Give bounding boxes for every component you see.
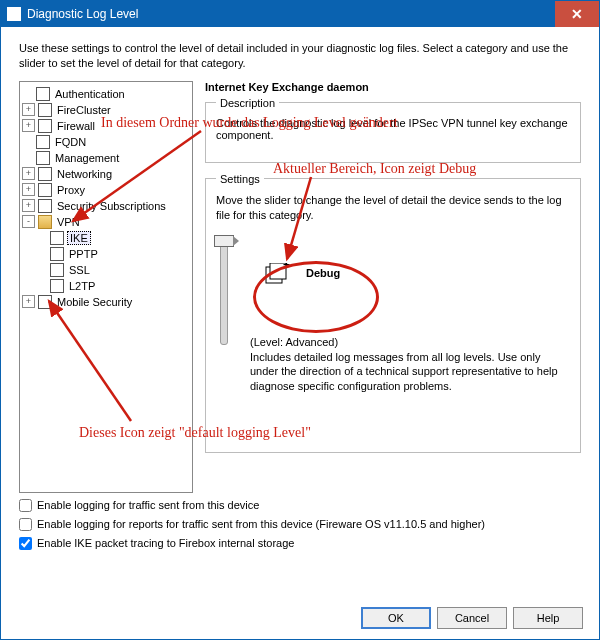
settings-legend: Settings: [216, 173, 264, 185]
page-icon: [36, 87, 50, 101]
folder-icon: [38, 215, 52, 229]
description-text: Controls the diagnostic log level for th…: [216, 117, 570, 141]
check-traffic-logging-box[interactable]: [19, 499, 32, 512]
check-reports-logging-label: Enable logging for reports for traffic s…: [37, 518, 485, 530]
page-icon: [50, 263, 64, 277]
page-icon: [38, 295, 52, 309]
settings-group: Settings Move the slider to change the l…: [205, 173, 581, 453]
tree-item-label: Management: [53, 152, 121, 164]
page-icon: [50, 247, 64, 261]
tree-spacer: [36, 280, 47, 291]
expand-icon[interactable]: +: [22, 167, 35, 180]
tree-item-mobile-security[interactable]: +Mobile Security: [22, 294, 190, 310]
tree-item-label: L2TP: [67, 280, 97, 292]
collapse-icon[interactable]: -: [22, 215, 35, 228]
tree-item-fqdn[interactable]: FQDN: [22, 134, 190, 150]
tree-spacer: [22, 136, 33, 147]
titlebar: Diagnostic Log Level ✕: [1, 1, 599, 27]
page-icon: [38, 199, 52, 213]
category-tree[interactable]: Authentication+FireCluster+FirewallFQDNM…: [19, 81, 193, 493]
tree-item-l2tp[interactable]: L2TP: [22, 278, 190, 294]
tree-item-pptp[interactable]: PPTP: [22, 246, 190, 262]
page-icon: [36, 151, 50, 165]
description-group: Description Controls the diagnostic log …: [205, 97, 581, 163]
tree-item-ssl[interactable]: SSL: [22, 262, 190, 278]
tree-item-label: PPTP: [67, 248, 100, 260]
check-ike-tracing-label: Enable IKE packet tracing to Firebox int…: [37, 537, 294, 549]
tree-item-label: Firewall: [55, 120, 97, 132]
expand-icon[interactable]: +: [22, 119, 35, 132]
expand-icon[interactable]: +: [22, 103, 35, 116]
svg-text:+: +: [283, 263, 290, 272]
page-icon: [38, 167, 52, 181]
tree-item-label: Networking: [55, 168, 114, 180]
intro-text: Use these settings to control the level …: [19, 41, 581, 71]
app-icon: [7, 7, 21, 21]
close-button[interactable]: ✕: [555, 1, 599, 27]
tree-spacer: [36, 232, 47, 243]
check-traffic-logging[interactable]: Enable logging for traffic sent from thi…: [19, 499, 581, 512]
level-caption: (Level: Advanced): [250, 335, 570, 350]
tree-item-proxy[interactable]: +Proxy: [22, 182, 190, 198]
dialog-buttons: OK Cancel Help: [361, 607, 583, 629]
tree-item-label: Authentication: [53, 88, 127, 100]
page-icon: [50, 231, 64, 245]
debug-level-icon: +: [264, 263, 290, 287]
tree-item-label: Security Subscriptions: [55, 200, 168, 212]
expand-icon[interactable]: +: [22, 183, 35, 196]
main-layout: Authentication+FireCluster+FirewallFQDNM…: [19, 81, 581, 493]
page-icon: [50, 279, 64, 293]
level-name: Debug: [306, 267, 340, 279]
tree-item-label: FQDN: [53, 136, 88, 148]
check-traffic-logging-label: Enable logging for traffic sent from thi…: [37, 499, 259, 511]
level-description: Includes detailed log messages from all …: [250, 350, 570, 395]
tree-item-label: FireCluster: [55, 104, 113, 116]
tree-item-management[interactable]: Management: [22, 150, 190, 166]
tree-spacer: [36, 248, 47, 259]
log-level-slider-thumb[interactable]: [214, 235, 234, 247]
tree-item-label: VPN: [55, 216, 82, 228]
level-info: (Level: Advanced) Includes detailed log …: [250, 335, 570, 394]
tree-item-ike[interactable]: IKE: [22, 230, 190, 246]
content-area: Use these settings to control the level …: [1, 27, 599, 550]
tree-item-firecluster[interactable]: +FireCluster: [22, 102, 190, 118]
check-reports-logging-box[interactable]: [19, 518, 32, 531]
tree-spacer: [36, 264, 47, 275]
tree-item-networking[interactable]: +Networking: [22, 166, 190, 182]
tree-item-label: Mobile Security: [55, 296, 134, 308]
page-icon: [38, 103, 52, 117]
detail-title: Internet Key Exchange daemon: [205, 81, 581, 93]
tree-item-label: Proxy: [55, 184, 87, 196]
page-icon: [38, 183, 52, 197]
page-icon: [38, 119, 52, 133]
check-ike-tracing[interactable]: Enable IKE packet tracing to Firebox int…: [19, 537, 581, 550]
description-legend: Description: [216, 97, 279, 109]
tree-item-vpn[interactable]: -VPN: [22, 214, 190, 230]
tree-item-firewall[interactable]: +Firewall: [22, 118, 190, 134]
dialog-window: Diagnostic Log Level ✕ Use these setting…: [0, 0, 600, 640]
tree-spacer: [22, 88, 33, 99]
tree-item-security-subscriptions[interactable]: +Security Subscriptions: [22, 198, 190, 214]
check-ike-tracing-box[interactable]: [19, 537, 32, 550]
tree-spacer: [22, 152, 33, 163]
tree-item-label: SSL: [67, 264, 92, 276]
expand-icon[interactable]: +: [22, 199, 35, 212]
settings-message: Move the slider to change the level of d…: [216, 193, 570, 223]
tree-item-authentication[interactable]: Authentication: [22, 86, 190, 102]
expand-icon[interactable]: +: [22, 295, 35, 308]
cancel-button[interactable]: Cancel: [437, 607, 507, 629]
log-level-slider-track[interactable]: [220, 239, 228, 345]
detail-pane: Internet Key Exchange daemon Description…: [205, 81, 581, 493]
window-title: Diagnostic Log Level: [27, 7, 555, 21]
page-icon: [36, 135, 50, 149]
check-reports-logging[interactable]: Enable logging for reports for traffic s…: [19, 518, 581, 531]
tree-item-label: IKE: [67, 231, 91, 245]
ok-button[interactable]: OK: [361, 607, 431, 629]
help-button[interactable]: Help: [513, 607, 583, 629]
